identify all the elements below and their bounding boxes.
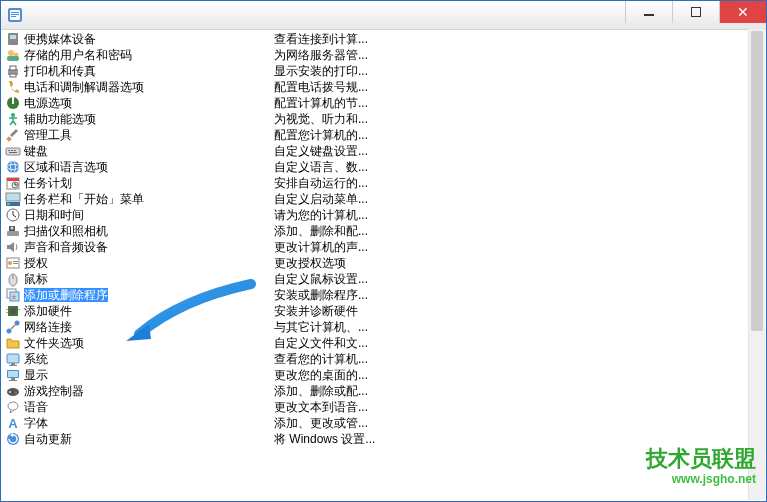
list-item[interactable]: ±添加或删除程序安装或删除程序... <box>3 287 764 303</box>
item-name: 日期和时间 <box>24 207 274 223</box>
svg-rect-53 <box>9 365 17 366</box>
list-item[interactable]: 系统查看您的计算机... <box>3 351 764 367</box>
list-item[interactable]: 存储的用户名和密码为网络服务器管... <box>3 47 764 63</box>
list-item[interactable]: 任务计划安排自动运行的... <box>3 175 764 191</box>
hardware-icon <box>5 303 21 319</box>
taskbar-icon <box>5 191 21 207</box>
item-name: 游戏控制器 <box>24 383 274 399</box>
item-name: 声音和音频设备 <box>24 239 274 255</box>
list-item[interactable]: 授权更改授权选项 <box>3 255 764 271</box>
list-item[interactable]: 扫描仪和照相机添加、删除和配... <box>3 223 764 239</box>
item-description: 自定义鼠标设置... <box>274 271 368 287</box>
svg-point-58 <box>7 388 19 396</box>
list-item[interactable]: 声音和音频设备更改计算机的声... <box>3 239 764 255</box>
list-item[interactable]: 打印机和传真显示安装的打印... <box>3 63 764 79</box>
update-icon <box>5 431 21 447</box>
item-name: 存储的用户名和密码 <box>24 47 274 63</box>
svg-rect-51 <box>7 354 19 363</box>
item-description: 安排自动运行的... <box>274 175 368 191</box>
power-icon <box>5 95 21 111</box>
folder-icon <box>5 335 21 351</box>
svg-point-7 <box>8 50 14 56</box>
minimize-button[interactable] <box>625 1 672 23</box>
scrollbar-thumb[interactable] <box>751 31 763 331</box>
list-item[interactable]: 网络连接与其它计算机、... <box>3 319 764 335</box>
item-name: 自动更新 <box>24 431 274 447</box>
list-item[interactable]: 日期和时间请为您的计算机... <box>3 207 764 223</box>
svg-text:±: ± <box>12 292 17 301</box>
list-item[interactable]: 便携媒体设备查看连接到计算... <box>3 31 764 47</box>
item-description: 自定义语言、数... <box>274 159 368 175</box>
item-description: 与其它计算机、... <box>274 319 368 335</box>
item-description: 为视觉、听力和... <box>274 111 368 127</box>
svg-rect-47 <box>6 312 8 313</box>
tools-icon <box>5 127 21 143</box>
item-description: 更改文本到语音... <box>274 399 368 415</box>
item-name: 任务计划 <box>24 175 274 191</box>
item-name: 键盘 <box>24 143 274 159</box>
printer-icon <box>5 63 21 79</box>
svg-rect-52 <box>11 363 15 365</box>
list-item[interactable]: 电话和调制解调器选项配置电话拨号规... <box>3 79 764 95</box>
list-item[interactable]: 区域和语言选项自定义语言、数... <box>3 159 764 175</box>
display-icon <box>5 367 21 383</box>
item-description: 显示安装的打印... <box>274 63 368 79</box>
game-icon <box>5 383 21 399</box>
svg-rect-3 <box>11 14 19 15</box>
svg-rect-19 <box>11 150 13 151</box>
item-name: 系统 <box>24 351 274 367</box>
font-icon: A <box>5 415 21 431</box>
network-icon <box>5 319 21 335</box>
keyboard-icon <box>5 143 21 159</box>
list-item[interactable]: 自动更新将 Windows 设置... <box>3 431 764 447</box>
maximize-button[interactable] <box>672 1 719 23</box>
item-description: 配置您计算机的... <box>274 127 368 143</box>
svg-rect-16 <box>6 136 12 142</box>
phone-icon <box>5 79 21 95</box>
svg-rect-45 <box>10 308 16 314</box>
svg-rect-46 <box>6 309 8 310</box>
license-icon <box>5 255 21 271</box>
item-name: 添加或删除程序 <box>24 287 274 303</box>
list-item[interactable]: 辅助功能选项为视觉、听力和... <box>3 111 764 127</box>
svg-rect-26 <box>7 178 19 181</box>
svg-rect-55 <box>8 371 18 377</box>
list-item[interactable]: 任务栏和「开始」菜单自定义启动菜单... <box>3 191 764 207</box>
item-description: 查看连接到计算... <box>274 31 368 47</box>
list-item[interactable]: 文件夹选项自定义文件和文... <box>3 335 764 351</box>
item-name: 辅助功能选项 <box>24 111 274 127</box>
close-button[interactable]: ✕ <box>719 1 766 23</box>
svg-rect-4 <box>11 16 16 17</box>
svg-rect-57 <box>9 380 17 381</box>
mouse-icon <box>5 271 21 287</box>
item-description: 添加、更改或管... <box>274 415 368 431</box>
scrollbar-track[interactable] <box>748 29 765 500</box>
list-item[interactable]: 电源选项配置计算机的节... <box>3 95 764 111</box>
item-name: 扫描仪和照相机 <box>24 223 274 239</box>
list-item[interactable]: 管理工具配置您计算机的... <box>3 127 764 143</box>
svg-point-50 <box>15 321 20 326</box>
system-icon <box>5 351 21 367</box>
list-item[interactable]: 鼠标自定义鼠标设置... <box>3 271 764 287</box>
globe-icon <box>5 159 21 175</box>
list-item[interactable]: A字体添加、更改或管... <box>3 415 764 431</box>
list-item[interactable]: 游戏控制器添加、删除或配... <box>3 383 764 399</box>
clock-icon <box>5 207 21 223</box>
svg-point-49 <box>7 329 12 334</box>
list-item[interactable]: 添加硬件安装并诊断硬件 <box>3 303 764 319</box>
svg-rect-6 <box>10 35 16 39</box>
window: ✕ 便携媒体设备查看连接到计算...存储的用户名和密码为网络服务器管...打印机… <box>0 0 767 502</box>
content-pane: 便携媒体设备查看连接到计算...存储的用户名和密码为网络服务器管...打印机和传… <box>1 29 766 501</box>
svg-point-59 <box>9 391 11 393</box>
schedule-icon <box>5 175 21 191</box>
item-name: 便携媒体设备 <box>24 31 274 47</box>
list-item[interactable]: 语音更改文本到语音... <box>3 399 764 415</box>
users-icon <box>5 47 21 63</box>
item-description: 安装并诊断硬件 <box>274 303 358 319</box>
list-item[interactable]: 显示更改您的桌面的... <box>3 367 764 383</box>
item-name: 语音 <box>24 399 274 415</box>
item-name: 任务栏和「开始」菜单 <box>24 191 274 207</box>
item-description: 更改计算机的声... <box>274 239 368 255</box>
control-panel-list: 便携媒体设备查看连接到计算...存储的用户名和密码为网络服务器管...打印机和传… <box>1 29 766 449</box>
list-item[interactable]: 键盘自定义键盘设置... <box>3 143 764 159</box>
